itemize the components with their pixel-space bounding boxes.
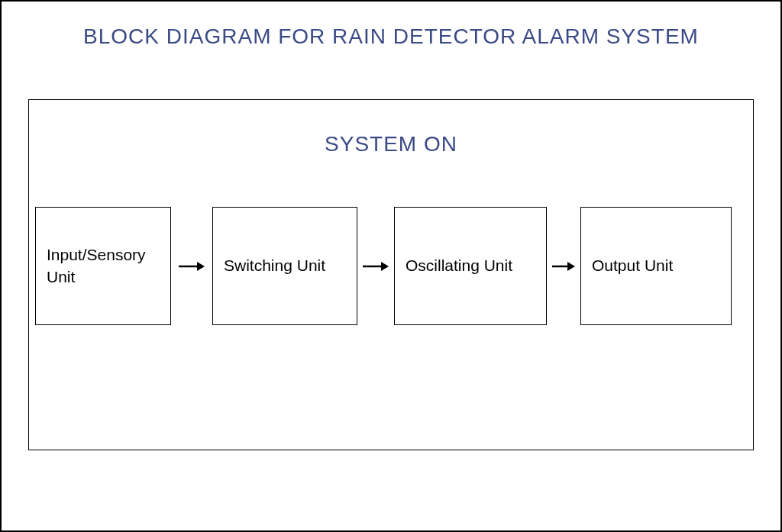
- block-oscillating-unit: Oscillating Unit: [394, 207, 547, 325]
- system-container: SYSTEM ON Input/Sensory Unit Switching U…: [28, 99, 754, 450]
- block-label: Input/Sensory Unit: [47, 244, 160, 288]
- svg-marker-3: [381, 262, 389, 271]
- diagram-title: BLOCK DIAGRAM FOR RAIN DETECTOR ALARM SY…: [2, 2, 780, 49]
- block-output-unit: Output Unit: [580, 207, 732, 325]
- svg-marker-5: [567, 262, 575, 271]
- arrow-icon: [552, 260, 575, 272]
- arrow-icon: [179, 260, 205, 272]
- block-label: Oscillating Unit: [406, 255, 512, 276]
- block-input-sensory-unit: Input/Sensory Unit: [35, 207, 171, 325]
- svg-marker-1: [197, 262, 205, 271]
- block-label: Switching Unit: [224, 255, 325, 276]
- arrow-icon: [363, 260, 389, 272]
- system-on-label: SYSTEM ON: [29, 100, 753, 156]
- blocks-row: Input/Sensory Unit Switching Unit Oscill…: [29, 207, 753, 325]
- block-label: Output Unit: [592, 255, 673, 276]
- block-switching-unit: Switching Unit: [212, 207, 357, 325]
